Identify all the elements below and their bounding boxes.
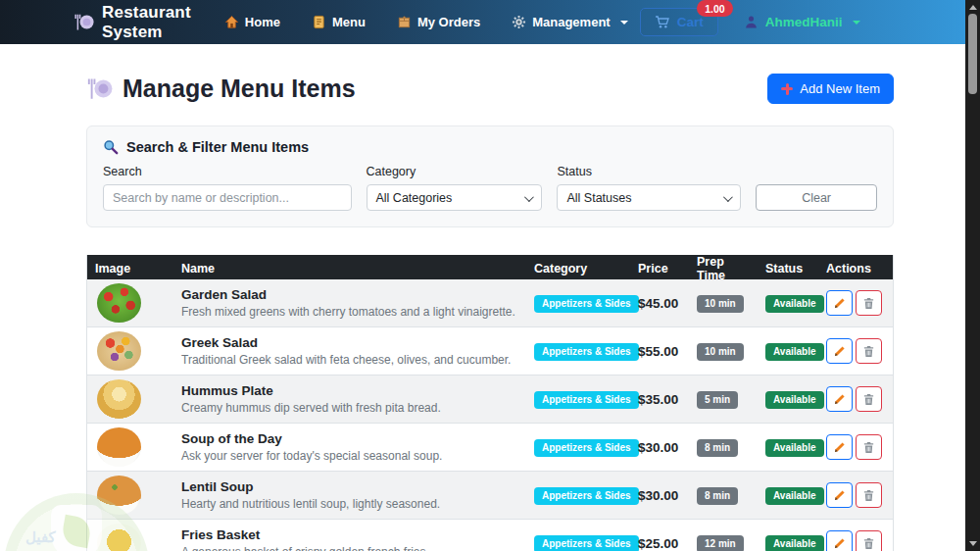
scrollbar-thumb[interactable]	[968, 14, 977, 94]
delete-button[interactable]	[856, 290, 882, 316]
search-input[interactable]	[103, 184, 352, 211]
garden-salad-photo	[97, 283, 141, 323]
item-description: Hearty and nutritious lentil soup, light…	[181, 497, 518, 511]
category-badge: Appetizers & Sides	[534, 391, 639, 409]
category-badge: Appetizers & Sides	[534, 487, 639, 505]
col-header-prep-time: Prep Time	[689, 255, 758, 282]
col-header-price: Price	[630, 262, 689, 276]
item-name: Garden Salad	[181, 287, 518, 302]
trash-icon	[862, 537, 875, 550]
prep-time-badge: 10 min	[697, 295, 744, 313]
edit-button[interactable]	[826, 338, 853, 364]
plate-cutlery-icon	[74, 12, 94, 32]
cart-button[interactable]: Cart 1.00	[640, 8, 718, 36]
edit-button[interactable]	[826, 482, 853, 508]
category-badge: Appetizers & Sides	[534, 343, 639, 361]
menu-scroll-icon	[312, 15, 326, 29]
nav-item-home[interactable]: Home	[213, 7, 292, 37]
item-description: Ask your server for today's special seas…	[181, 449, 518, 463]
page-title: Manage Menu Items	[86, 75, 356, 103]
status-select[interactable]: All Statuses	[557, 184, 741, 211]
table-row: Garden Salad Fresh mixed greens with che…	[87, 279, 893, 327]
col-header-name: Name	[173, 262, 526, 276]
search-field: Search	[103, 165, 352, 211]
package-icon	[397, 15, 412, 29]
edit-button[interactable]	[826, 434, 853, 460]
item-description: Fresh mixed greens with cherry tomatoes …	[181, 305, 518, 319]
item-price: $25.00	[638, 536, 678, 551]
nav-label-my-orders: My Orders	[417, 15, 480, 29]
search-icon	[103, 139, 119, 155]
add-new-item-label: Add New Item	[800, 81, 880, 96]
nav-label-home: Home	[245, 15, 280, 29]
status-badge: Available	[765, 391, 824, 409]
delete-button[interactable]	[856, 482, 882, 508]
prep-time-badge: 8 min	[697, 487, 738, 505]
delete-button[interactable]	[856, 338, 882, 364]
vertical-scrollbar[interactable]	[965, 0, 980, 551]
scroll-up-arrow[interactable]	[969, 5, 977, 10]
trash-icon	[862, 441, 875, 454]
nav-item-management[interactable]: Management	[500, 7, 639, 37]
cart-count-badge: 1.00	[697, 0, 732, 17]
search-filter-card: Search & Filter Menu Items Search Catego…	[86, 125, 894, 227]
brand[interactable]: Restaurant System	[74, 3, 191, 42]
category-select[interactable]: All Categories	[367, 184, 543, 211]
cart-icon	[655, 15, 670, 29]
pencil-icon	[833, 537, 846, 550]
nav-label-menu: Menu	[332, 15, 366, 29]
delete-button[interactable]	[856, 530, 882, 551]
nav-item-my-orders[interactable]: My Orders	[385, 7, 492, 37]
navbar-right: Cart 1.00 AhmedHanii	[640, 8, 952, 36]
item-description: Traditional Greek salad with feta cheese…	[181, 353, 518, 367]
pencil-icon	[833, 393, 846, 406]
search-label: Search	[103, 165, 352, 178]
scroll-down-arrow[interactable]	[969, 541, 977, 546]
trash-icon	[862, 393, 875, 406]
status-badge: Available	[765, 295, 824, 313]
item-price: $35.00	[638, 392, 678, 407]
table-row: Fries Basket A generous basket of crispy…	[87, 520, 893, 551]
category-badge: Appetizers & Sides	[534, 295, 639, 313]
chevron-down-icon	[620, 21, 628, 25]
filter-card-title: Search & Filter Menu Items	[103, 139, 877, 155]
col-header-actions: Actions	[818, 262, 893, 276]
cart-label: Cart	[677, 15, 704, 29]
plate-cutlery-icon	[86, 75, 113, 102]
edit-button[interactable]	[826, 530, 853, 551]
clear-button[interactable]: Clear	[756, 184, 877, 211]
main-content: Manage Menu Items Add New Item Search & …	[0, 44, 965, 551]
user-name: AhmedHanii	[765, 15, 843, 29]
add-new-item-button[interactable]: Add New Item	[767, 74, 894, 104]
pencil-icon	[833, 441, 846, 454]
col-header-status: Status	[758, 262, 818, 276]
delete-button[interactable]	[856, 386, 882, 412]
status-select-value: All Statuses	[566, 191, 631, 205]
filter-title-label: Search & Filter Menu Items	[126, 139, 309, 155]
item-name: Soup of the Day	[181, 431, 518, 446]
user-menu[interactable]: AhmedHanii	[744, 15, 861, 29]
pencil-icon	[833, 297, 846, 310]
edit-button[interactable]	[826, 386, 853, 412]
item-description: Creamy hummus dip served with fresh pita…	[181, 401, 518, 415]
status-badge: Available	[765, 439, 824, 457]
nav-label-management: Management	[532, 15, 610, 29]
filter-fields: Search Category All Categories Status Al…	[103, 165, 877, 211]
greek-salad-photo	[97, 331, 141, 371]
edit-button[interactable]	[826, 290, 853, 316]
brand-label: Restaurant System	[102, 3, 191, 42]
page-header: Manage Menu Items Add New Item	[86, 74, 894, 104]
prep-time-badge: 5 min	[697, 391, 738, 409]
nav-item-menu[interactable]: Menu	[300, 7, 377, 37]
nav-links: Home Menu My Orders	[213, 7, 640, 37]
table-row: Hummus Plate Creamy hummus dip served wi…	[87, 376, 893, 424]
delete-button[interactable]	[856, 434, 882, 460]
clear-field: Clear	[756, 184, 877, 211]
status-badge: Available	[765, 343, 824, 361]
prep-time-badge: 10 min	[697, 343, 744, 361]
prep-time-badge: 8 min	[697, 439, 738, 457]
trash-icon	[862, 345, 875, 358]
prep-time-badge: 12 min	[697, 535, 744, 551]
item-name: Hummus Plate	[181, 383, 518, 398]
item-name: Greek Salad	[181, 335, 518, 350]
